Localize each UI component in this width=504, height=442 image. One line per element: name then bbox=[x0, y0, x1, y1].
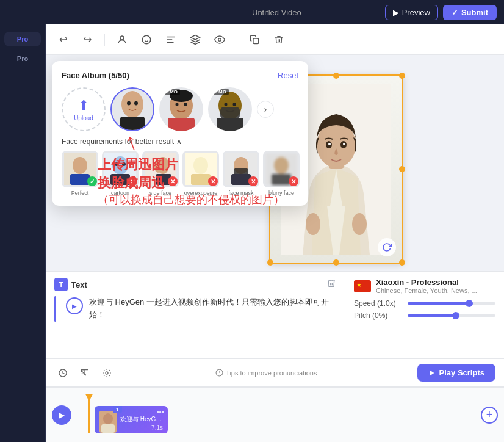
face-thumb-3[interactable]: DEMO bbox=[208, 87, 252, 131]
popup-header: Face Album (5/50) Reset bbox=[62, 71, 298, 80]
layers-button[interactable] bbox=[185, 30, 205, 49]
face-thumb-1[interactable] bbox=[110, 87, 154, 131]
svg-point-12 bbox=[127, 101, 131, 106]
timeline-play-button[interactable]: ▶ bbox=[52, 405, 71, 425]
svg-point-52 bbox=[343, 143, 345, 145]
history-button[interactable] bbox=[54, 364, 71, 382]
svg-marker-60 bbox=[430, 370, 434, 375]
handle-tm[interactable] bbox=[333, 73, 339, 79]
svg-point-51 bbox=[328, 143, 331, 145]
svg-rect-9 bbox=[253, 38, 259, 44]
svg-point-25 bbox=[73, 157, 87, 174]
play-scripts-button[interactable]: Play Scripts bbox=[417, 364, 495, 382]
clip-duration: 7.1s bbox=[151, 424, 163, 431]
svg-rect-23 bbox=[220, 107, 240, 119]
script-panel: T Text ▶ 欢迎与 HeyGen 一起进入视频创作新时代！只需输入您的脚本… bbox=[46, 271, 504, 442]
face-grid: ⬆ Upload bbox=[62, 87, 298, 131]
svg-point-22 bbox=[233, 103, 236, 106]
translate-button[interactable] bbox=[76, 364, 93, 382]
req-perfect-label: Perfect bbox=[71, 190, 89, 196]
play-script-button[interactable]: ▶ bbox=[66, 297, 83, 314]
type-icon: T bbox=[54, 278, 68, 291]
voice-panel: Xiaoxin - Professional Chinese, Female, … bbox=[345, 272, 504, 358]
speed-slider[interactable] bbox=[408, 302, 495, 305]
face-thumb-2[interactable]: DEMO bbox=[159, 87, 203, 131]
accent-line bbox=[54, 296, 56, 322]
face-req-header[interactable]: Face requirements for better result ∧ bbox=[62, 137, 298, 146]
reset-button[interactable]: Reset bbox=[278, 71, 298, 80]
voice-name: Xiaoxin - Professional bbox=[376, 278, 477, 287]
tips-text: Tips to improve pronunciations bbox=[215, 369, 317, 377]
demo-badge-1: DEMO bbox=[160, 89, 180, 95]
check-icon: ✓ bbox=[452, 8, 458, 17]
upload-label: Upload bbox=[74, 115, 93, 121]
align-button[interactable] bbox=[161, 30, 181, 49]
script-content: ▶ 欢迎与 HeyGen 一起进入视频创作新时代！只需输入您的脚本即可开始！ bbox=[54, 296, 336, 322]
svg-point-53 bbox=[306, 213, 320, 235]
add-clip-button[interactable]: + bbox=[481, 407, 498, 424]
eye-button[interactable] bbox=[210, 30, 229, 49]
timeline-marker bbox=[88, 397, 90, 433]
main-area: Pro Pro ↩ ↪ bbox=[0, 24, 504, 442]
svg-point-54 bbox=[352, 213, 367, 235]
script-left: T Text ▶ 欢迎与 HeyGen 一起进入视频创作新时代！只需输入您的脚本… bbox=[46, 272, 345, 358]
upload-box[interactable]: ⬆ Upload bbox=[62, 87, 106, 131]
handle-tr[interactable] bbox=[399, 73, 405, 79]
toolbar-sep-1 bbox=[104, 34, 105, 46]
avatar-button[interactable] bbox=[112, 30, 132, 49]
delete-script-button[interactable] bbox=[326, 278, 336, 291]
annotation-line1: 上传周迅图片 bbox=[98, 156, 284, 174]
svg-point-62 bbox=[103, 413, 113, 424]
svg-point-21 bbox=[225, 103, 228, 106]
handle-bm[interactable] bbox=[333, 259, 339, 266]
popup-title: Face Album (5/50) bbox=[62, 71, 129, 80]
handle-bl[interactable] bbox=[267, 259, 273, 266]
speed-thumb bbox=[466, 300, 473, 307]
redo-button[interactable]: ↪ bbox=[77, 30, 97, 49]
timeline-track: 1 欢迎与 HeyGen ... 7.1s ••• bbox=[76, 397, 476, 433]
voice-meta: Chinese, Female, Youth, News, ... bbox=[376, 287, 477, 294]
sidebar-item-pro2[interactable]: Pro bbox=[4, 51, 41, 66]
canvas-refresh-button[interactable] bbox=[378, 238, 396, 256]
handle-br[interactable] bbox=[399, 259, 405, 266]
clip-menu-dots[interactable]: ••• bbox=[156, 408, 164, 417]
svg-rect-15 bbox=[168, 118, 195, 131]
china-flag-icon bbox=[354, 280, 371, 292]
svg-rect-20 bbox=[217, 118, 243, 131]
req-label: Face requirements for better result bbox=[62, 137, 174, 146]
script-bottom-toolbar: Tips to improve pronunciations Play Scri… bbox=[46, 359, 504, 387]
undo-button[interactable]: ↩ bbox=[53, 30, 73, 49]
annotation-line3: （可以换成自己想要的不侵权的图片） bbox=[98, 192, 284, 207]
demo-badge-2: DEMO bbox=[209, 89, 229, 95]
speed-fill bbox=[408, 302, 469, 305]
copy-button[interactable] bbox=[245, 30, 264, 49]
submit-button[interactable]: ✓ Submit bbox=[443, 5, 497, 20]
voice-controls: Speed (1.0x) Pitch (0%) bbox=[354, 299, 495, 320]
svg-marker-7 bbox=[191, 35, 200, 40]
svg-point-10 bbox=[121, 91, 143, 118]
delete-toolbar-button[interactable] bbox=[269, 30, 289, 49]
video-title: Untitled Video bbox=[252, 8, 301, 17]
script-header: T Text bbox=[54, 278, 336, 291]
svg-point-56 bbox=[106, 372, 108, 374]
play-icon: ▶ bbox=[393, 8, 399, 17]
emoji-button[interactable] bbox=[137, 30, 156, 49]
face-next-button[interactable]: › bbox=[257, 101, 274, 118]
ai-button[interactable] bbox=[98, 364, 115, 382]
svg-point-1 bbox=[142, 35, 151, 44]
clip-block[interactable]: 1 欢迎与 HeyGen ... 7.1s ••• bbox=[95, 406, 168, 433]
canvas-area: Face Album (5/50) Reset ⬆ Upload bbox=[46, 55, 504, 271]
svg-point-13 bbox=[134, 101, 138, 106]
pitch-thumb bbox=[452, 312, 459, 319]
preview-button[interactable]: ▶ Preview bbox=[385, 5, 438, 20]
top-bar: Untitled Video ▶ Preview ✓ Submit bbox=[0, 0, 504, 24]
pitch-label: Pitch (0%) bbox=[354, 311, 403, 320]
handle-rm[interactable] bbox=[399, 166, 405, 172]
pitch-slider[interactable] bbox=[408, 314, 495, 317]
svg-point-8 bbox=[218, 38, 221, 41]
svg-rect-63 bbox=[101, 424, 115, 433]
svg-point-0 bbox=[120, 36, 124, 40]
sidebar-item-pro[interactable]: Pro bbox=[4, 32, 41, 46]
toolbar-sep-2 bbox=[237, 34, 237, 46]
script-section: T Text ▶ 欢迎与 HeyGen 一起进入视频创作新时代！只需输入您的脚本… bbox=[46, 272, 504, 359]
